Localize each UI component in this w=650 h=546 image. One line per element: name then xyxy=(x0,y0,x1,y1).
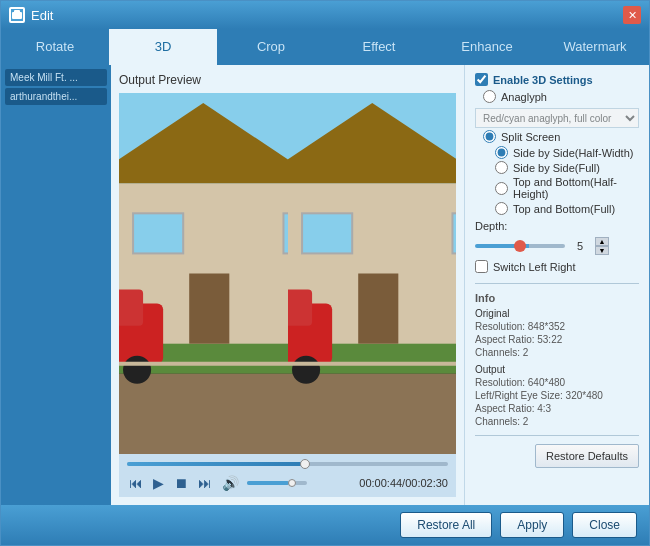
top-bottom-half-row: Top and Bottom(Half-Height) xyxy=(475,176,639,200)
play-button[interactable]: ▶ xyxy=(151,473,166,493)
media-controls: ⏮ ▶ ⏹ ⏭ 🔊 00:00:44/00:02:30 xyxy=(119,454,456,497)
info-title: Info xyxy=(475,292,639,304)
split-screen-row: Split Screen xyxy=(475,130,639,143)
output-label: Output xyxy=(475,364,639,375)
tab-3d[interactable]: 3D xyxy=(109,29,217,65)
output-aspect: Aspect Ratio: 4:3 xyxy=(475,403,639,414)
svg-point-15 xyxy=(123,356,151,384)
svg-rect-13 xyxy=(119,290,143,326)
track-list: Meek Mill Ft. ... arthurandthei... xyxy=(1,65,111,505)
split-screen-label: Split Screen xyxy=(501,131,560,143)
svg-point-33 xyxy=(292,356,320,384)
edit-window: Edit ✕ Rotate 3D Crop Effect Enhance Wat… xyxy=(0,0,650,546)
svg-rect-31 xyxy=(288,290,312,326)
restore-all-button[interactable]: Restore All xyxy=(400,512,492,538)
stop-button[interactable]: ⏹ xyxy=(172,473,190,493)
progress-fill xyxy=(127,462,304,466)
original-aspect: Aspect Ratio: 53:22 xyxy=(475,334,639,345)
volume-fill xyxy=(247,481,289,485)
preview-label: Output Preview xyxy=(119,73,456,87)
title-bar: Edit ✕ xyxy=(1,1,649,29)
anaglyph-radio[interactable] xyxy=(483,90,496,103)
time-display: 00:00:44/00:02:30 xyxy=(359,477,448,489)
progress-bar-container xyxy=(127,458,448,470)
depth-control-row: 5 ▲ ▼ xyxy=(475,237,639,255)
volume-icon[interactable]: 🔊 xyxy=(220,473,241,493)
depth-row: Depth: xyxy=(475,220,639,232)
tab-rotate[interactable]: Rotate xyxy=(1,29,109,65)
3d-settings-section: Enable 3D Settings Anaglyph Red/cyan ana… xyxy=(475,73,639,273)
top-bottom-half-label: Top and Bottom(Half-Height) xyxy=(513,176,639,200)
top-bottom-full-radio[interactable] xyxy=(495,202,508,215)
svg-rect-1 xyxy=(12,12,22,19)
anaglyph-dropdown[interactable]: Red/cyan anaglyph, full color xyxy=(475,108,639,128)
original-resolution: Resolution: 848*352 xyxy=(475,321,639,332)
divider-2 xyxy=(475,435,639,436)
switch-lr-checkbox[interactable] xyxy=(475,260,488,273)
video-preview xyxy=(119,93,456,454)
switch-lr-row: Switch Left Right xyxy=(475,260,639,273)
video-split-view xyxy=(119,93,456,454)
track-item-1[interactable]: Meek Mill Ft. ... xyxy=(5,69,107,86)
side-half-radio[interactable] xyxy=(495,146,508,159)
svg-rect-11 xyxy=(189,274,229,344)
video-right-eye xyxy=(288,93,457,454)
tab-enhance[interactable]: Enhance xyxy=(433,29,541,65)
track-item-2[interactable]: arthurandthei... xyxy=(5,88,107,105)
svg-rect-9 xyxy=(133,213,183,253)
depth-value: 5 xyxy=(570,240,590,252)
svg-rect-27 xyxy=(302,213,352,253)
volume-slider-container xyxy=(247,481,307,485)
progress-track[interactable] xyxy=(127,462,448,466)
window-icon xyxy=(9,7,25,23)
original-channels: Channels: 2 xyxy=(475,347,639,358)
anaglyph-label: Anaglyph xyxy=(501,91,547,103)
left-panel: Output Preview xyxy=(111,65,464,505)
skip-forward-button[interactable]: ⏭ xyxy=(196,473,214,493)
tab-crop[interactable]: Crop xyxy=(217,29,325,65)
video-left-eye xyxy=(119,93,288,454)
output-section: Output Resolution: 640*480 Left/Right Ey… xyxy=(475,364,639,427)
switch-lr-label: Switch Left Right xyxy=(493,261,576,273)
window-title: Edit xyxy=(31,8,623,23)
info-section: Info Original Resolution: 848*352 Aspect… xyxy=(475,292,639,427)
tab-effect[interactable]: Effect xyxy=(325,29,433,65)
side-half-label: Side by Side(Half-Width) xyxy=(513,147,633,159)
bottom-bar: Restore All Apply Close xyxy=(1,505,649,545)
controls-row: ⏮ ▶ ⏹ ⏭ 🔊 00:00:44/00:02:30 xyxy=(127,473,448,493)
side-half-row: Side by Side(Half-Width) xyxy=(475,146,639,159)
close-window-button[interactable]: ✕ xyxy=(623,6,641,24)
skip-back-button[interactable]: ⏮ xyxy=(127,473,145,493)
enable-3d-checkbox[interactable] xyxy=(475,73,488,86)
divider-1 xyxy=(475,283,639,284)
output-channels: Channels: 2 xyxy=(475,416,639,427)
svg-marker-6 xyxy=(119,374,288,454)
tabs-container: Rotate 3D Crop Effect Enhance Watermark xyxy=(1,29,649,65)
enable-3d-row: Enable 3D Settings xyxy=(475,73,639,86)
top-bottom-full-row: Top and Bottom(Full) xyxy=(475,202,639,215)
volume-thumb[interactable] xyxy=(288,479,296,487)
main-content: Meek Mill Ft. ... arthurandthei... Outpu… xyxy=(1,65,649,505)
apply-button[interactable]: Apply xyxy=(500,512,564,538)
top-bottom-half-radio[interactable] xyxy=(495,182,508,195)
top-bottom-full-label: Top and Bottom(Full) xyxy=(513,203,615,215)
restore-defaults-container: Restore Defaults xyxy=(475,444,639,468)
side-full-radio[interactable] xyxy=(495,161,508,174)
close-button[interactable]: Close xyxy=(572,512,637,538)
depth-slider[interactable] xyxy=(475,244,565,248)
depth-label: Depth: xyxy=(475,220,507,232)
restore-defaults-button[interactable]: Restore Defaults xyxy=(535,444,639,468)
anaglyph-row: Anaglyph xyxy=(475,90,639,103)
progress-thumb[interactable] xyxy=(300,459,310,469)
output-resolution: Resolution: 640*480 xyxy=(475,377,639,388)
split-screen-radio[interactable] xyxy=(483,130,496,143)
svg-rect-28 xyxy=(452,213,456,253)
output-eye-size: Left/Right Eye Size: 320*480 xyxy=(475,390,639,401)
side-full-row: Side by Side(Full) xyxy=(475,161,639,174)
volume-track[interactable] xyxy=(247,481,307,485)
depth-up-button[interactable]: ▲ xyxy=(595,237,609,246)
original-label: Original xyxy=(475,308,639,319)
svg-rect-2 xyxy=(14,10,20,13)
tab-watermark[interactable]: Watermark xyxy=(541,29,649,65)
depth-down-button[interactable]: ▼ xyxy=(595,246,609,255)
